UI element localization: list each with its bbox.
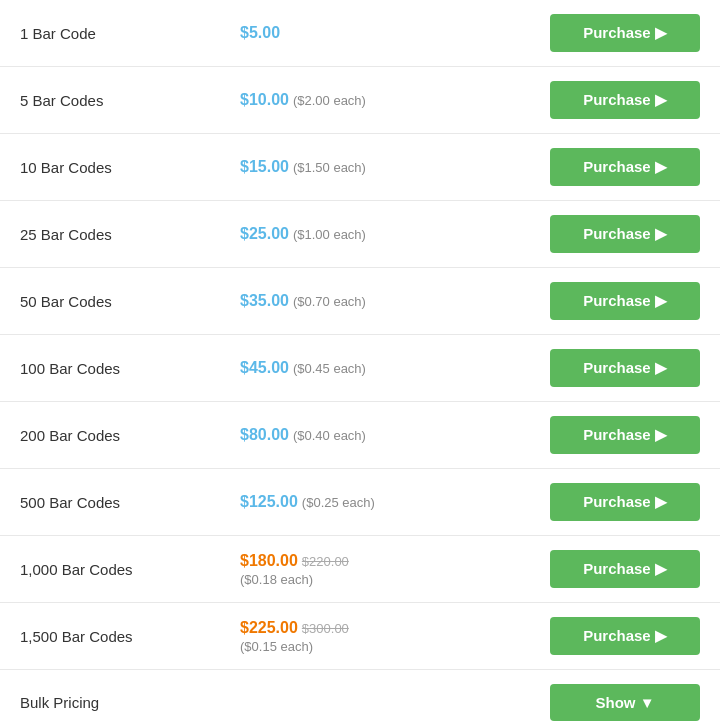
pricing-row-1500-bar-codes: 1,500 Bar Codes$225.00$300.00($0.15 each…	[0, 603, 720, 670]
pricing-row-50-bar-codes: 50 Bar Codes$35.00($0.70 each)Purchase ▶	[0, 268, 720, 335]
product-price: $225.00$300.00($0.15 each)	[240, 619, 510, 654]
product-name: 25 Bar Codes	[20, 226, 240, 243]
product-action: Purchase ▶	[510, 81, 700, 119]
product-action: Purchase ▶	[510, 282, 700, 320]
product-name: 1,000 Bar Codes	[20, 561, 240, 578]
product-action: Purchase ▶	[510, 148, 700, 186]
product-name: 200 Bar Codes	[20, 427, 240, 444]
price-main: $80.00	[240, 426, 289, 443]
price-main: $15.00	[240, 158, 289, 175]
product-name: 1,500 Bar Codes	[20, 628, 240, 645]
product-price: $15.00($1.50 each)	[240, 158, 510, 176]
purchase-button[interactable]: Purchase ▶	[550, 617, 700, 655]
product-price: $25.00($1.00 each)	[240, 225, 510, 243]
purchase-button[interactable]: Purchase ▶	[550, 483, 700, 521]
pricing-row-25-bar-codes: 25 Bar Codes$25.00($1.00 each)Purchase ▶	[0, 201, 720, 268]
price-main: $45.00	[240, 359, 289, 376]
product-action: Purchase ▶	[510, 550, 700, 588]
product-price: $125.00($0.25 each)	[240, 493, 510, 511]
pricing-row-1000-bar-codes: 1,000 Bar Codes$180.00$220.00($0.18 each…	[0, 536, 720, 603]
price-per: ($1.50 each)	[293, 160, 366, 175]
purchase-button[interactable]: Purchase ▶	[550, 148, 700, 186]
pricing-row-200-bar-codes: 200 Bar Codes$80.00($0.40 each)Purchase …	[0, 402, 720, 469]
pricing-row-5-bar-codes: 5 Bar Codes$10.00($2.00 each)Purchase ▶	[0, 67, 720, 134]
product-price: $180.00$220.00($0.18 each)	[240, 552, 510, 587]
purchase-button[interactable]: Purchase ▶	[550, 282, 700, 320]
price-main: $125.00	[240, 493, 298, 510]
pricing-row-1-bar-code: 1 Bar Code$5.00Purchase ▶	[0, 0, 720, 67]
purchase-button[interactable]: Purchase ▶	[550, 416, 700, 454]
price-main: $180.00	[240, 552, 298, 569]
purchase-button[interactable]: Purchase ▶	[550, 14, 700, 52]
price-main: $5.00	[240, 24, 280, 41]
product-name: 500 Bar Codes	[20, 494, 240, 511]
product-price: $5.00	[240, 24, 510, 42]
price-per: ($0.45 each)	[293, 361, 366, 376]
product-action: Purchase ▶	[510, 416, 700, 454]
price-main: $35.00	[240, 292, 289, 309]
product-name: 5 Bar Codes	[20, 92, 240, 109]
product-name: 100 Bar Codes	[20, 360, 240, 377]
product-name: 1 Bar Code	[20, 25, 240, 42]
price-per: ($0.18 each)	[240, 572, 510, 587]
price-original: $220.00	[302, 554, 349, 569]
product-price: $80.00($0.40 each)	[240, 426, 510, 444]
purchase-button[interactable]: Purchase ▶	[550, 215, 700, 253]
price-per: ($1.00 each)	[293, 227, 366, 242]
product-action: Show ▼	[510, 684, 700, 721]
price-main: $25.00	[240, 225, 289, 242]
product-price: $10.00($2.00 each)	[240, 91, 510, 109]
product-action: Purchase ▶	[510, 215, 700, 253]
price-per: ($0.40 each)	[293, 428, 366, 443]
product-name: Bulk Pricing	[20, 694, 240, 711]
price-original: $300.00	[302, 621, 349, 636]
price-per: ($0.15 each)	[240, 639, 510, 654]
product-action: Purchase ▶	[510, 14, 700, 52]
show-button[interactable]: Show ▼	[550, 684, 700, 721]
product-name: 10 Bar Codes	[20, 159, 240, 176]
product-action: Purchase ▶	[510, 349, 700, 387]
product-price: $35.00($0.70 each)	[240, 292, 510, 310]
pricing-row-100-bar-codes: 100 Bar Codes$45.00($0.45 each)Purchase …	[0, 335, 720, 402]
price-per: ($2.00 each)	[293, 93, 366, 108]
price-per: ($0.25 each)	[302, 495, 375, 510]
pricing-row-10-bar-codes: 10 Bar Codes$15.00($1.50 each)Purchase ▶	[0, 134, 720, 201]
product-action: Purchase ▶	[510, 617, 700, 655]
price-main: $225.00	[240, 619, 298, 636]
product-price: $45.00($0.45 each)	[240, 359, 510, 377]
purchase-button[interactable]: Purchase ▶	[550, 550, 700, 588]
pricing-row-bulk-pricing: Bulk PricingShow ▼	[0, 670, 720, 723]
pricing-table: 1 Bar Code$5.00Purchase ▶5 Bar Codes$10.…	[0, 0, 720, 723]
pricing-row-500-bar-codes: 500 Bar Codes$125.00($0.25 each)Purchase…	[0, 469, 720, 536]
purchase-button[interactable]: Purchase ▶	[550, 81, 700, 119]
price-main: $10.00	[240, 91, 289, 108]
product-name: 50 Bar Codes	[20, 293, 240, 310]
product-action: Purchase ▶	[510, 483, 700, 521]
price-per: ($0.70 each)	[293, 294, 366, 309]
purchase-button[interactable]: Purchase ▶	[550, 349, 700, 387]
